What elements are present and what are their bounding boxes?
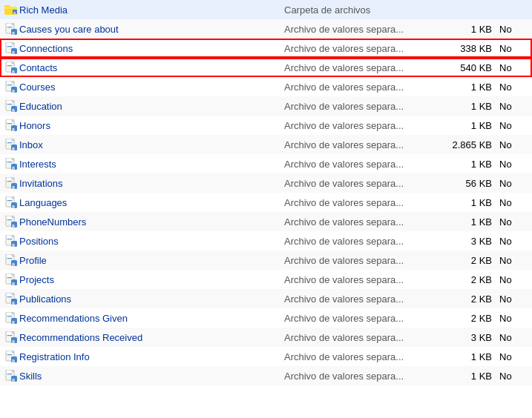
table-row[interactable]: a Honors Archivo de valores separa... 1 …	[0, 116, 532, 135]
file-name: Publications	[19, 293, 284, 305]
svg-rect-151	[7, 375, 13, 376]
table-row[interactable]: a Profile Archivo de valores separa... 2…	[0, 251, 532, 270]
svg-rect-38	[7, 104, 13, 104]
file-readonly: No	[499, 178, 529, 189]
file-icon: a	[3, 177, 19, 189]
file-name: PhoneNumbers	[19, 216, 284, 228]
svg-text:a: a	[12, 281, 15, 286]
table-row[interactable]: a Connections Archivo de valores separa.…	[0, 39, 532, 58]
file-icon: a	[3, 370, 19, 382]
file-size: 1 KB	[433, 197, 499, 208]
svg-rect-30	[7, 84, 13, 85]
file-readonly: No	[499, 101, 529, 112]
file-name: Positions	[19, 236, 284, 247]
svg-rect-142	[7, 354, 13, 355]
table-row[interactable]: a Recommendations Received Archivo de va…	[0, 328, 532, 347]
file-type: Archivo de valores separa...	[284, 332, 433, 343]
file-readonly: No	[499, 120, 529, 131]
svg-rect-143	[7, 356, 13, 356]
table-row[interactable]: a Publications Archivo de valores separa…	[0, 289, 532, 308]
svg-rect-41	[7, 108, 11, 109]
file-type: Archivo de valores separa...	[284, 159, 433, 170]
file-name: Interests	[19, 159, 284, 170]
table-row[interactable]: a Contacts Archivo de valores separa... …	[0, 58, 532, 77]
file-size: 1 KB	[433, 120, 499, 131]
file-readonly: No	[499, 236, 529, 247]
svg-rect-33	[7, 89, 11, 90]
file-name: Education	[19, 101, 284, 112]
file-type: Archivo de valores separa...	[284, 293, 433, 305]
file-readonly: No	[499, 43, 529, 54]
svg-text:a: a	[12, 69, 15, 74]
svg-rect-39	[7, 105, 13, 106]
file-icon: a	[3, 62, 19, 73]
table-row[interactable]: a Registration Info Archivo de valores s…	[0, 347, 532, 366]
svg-rect-46	[7, 123, 13, 124]
table-row[interactable]: a Invitations Archivo de valores separa.…	[0, 173, 532, 193]
file-size: 3 KB	[433, 236, 499, 247]
file-type: Archivo de valores separa...	[284, 139, 433, 150]
file-icon: a	[3, 196, 19, 208]
table-row[interactable]: a Causes you care about Archivo de valor…	[0, 19, 532, 39]
svg-rect-105	[7, 262, 11, 263]
file-name: Profile	[19, 255, 284, 266]
table-row[interactable]: a Recommendations Given Archivo de valor…	[0, 308, 532, 328]
svg-text:a: a	[12, 88, 15, 93]
file-readonly: No	[499, 274, 529, 285]
svg-rect-23	[7, 67, 13, 67]
file-icon: a	[3, 312, 19, 324]
file-size: 1 KB	[433, 159, 499, 170]
table-row[interactable]: a Inbox Archivo de valores separa... 2.8…	[0, 135, 532, 154]
file-type: Archivo de valores separa...	[284, 351, 433, 362]
file-size: 56 KB	[433, 178, 499, 189]
svg-rect-49	[7, 127, 11, 128]
file-readonly: No	[499, 62, 529, 73]
file-size: 1 KB	[433, 101, 499, 112]
svg-rect-62	[7, 162, 13, 162]
svg-rect-15	[7, 47, 13, 48]
file-type: Archivo de valores separa...	[284, 62, 433, 73]
table-row[interactable]: a Languages Archivo de valores separa...…	[0, 193, 532, 212]
svg-text:a: a	[12, 319, 15, 325]
file-name: Honors	[19, 120, 284, 131]
svg-rect-111	[7, 279, 13, 279]
table-row[interactable]: a Interests Archivo de valores separa...…	[0, 154, 532, 173]
svg-text:a: a	[12, 339, 15, 344]
file-icon: a	[3, 158, 19, 170]
file-icon: a	[3, 331, 19, 343]
svg-rect-153	[7, 378, 11, 379]
table-row[interactable]: a Courses Archivo de valores separa... 1…	[0, 77, 532, 96]
file-readonly: No	[499, 197, 529, 208]
file-size: 338 KB	[433, 43, 499, 54]
file-readonly: No	[499, 255, 529, 266]
file-name: Languages	[19, 197, 284, 208]
file-name: Rich Media	[19, 4, 284, 16]
table-row[interactable]: a Skills Archivo de valores separa... 1 …	[0, 366, 532, 385]
svg-rect-47	[7, 125, 13, 125]
file-size: 1 KB	[433, 371, 499, 382]
file-icon: a	[3, 119, 19, 131]
file-name: Recommendations Received	[19, 332, 284, 343]
table-row[interactable]: a Rich Media Carpeta de archivos	[0, 0, 532, 19]
table-row[interactable]: a Projects Archivo de valores separa... …	[0, 270, 532, 289]
svg-rect-86	[7, 219, 13, 220]
svg-rect-129	[7, 320, 11, 321]
svg-text:a: a	[12, 242, 15, 248]
svg-text:a: a	[12, 223, 15, 228]
svg-rect-71	[7, 182, 13, 183]
table-row[interactable]: a Education Archivo de valores separa...…	[0, 96, 532, 116]
svg-rect-6	[7, 27, 13, 27]
file-readonly: No	[499, 351, 529, 362]
file-type: Archivo de valores separa...	[284, 216, 433, 228]
svg-rect-70	[7, 181, 13, 182]
file-name: Inbox	[19, 139, 284, 150]
svg-rect-79	[7, 202, 13, 202]
table-row[interactable]: a PhoneNumbers Archivo de valores separa…	[0, 212, 532, 231]
file-name: Registration Info	[19, 351, 284, 362]
file-readonly: No	[499, 313, 529, 324]
file-readonly: No	[499, 293, 529, 305]
table-row[interactable]: a Positions Archivo de valores separa...…	[0, 231, 532, 251]
svg-text:a: a	[12, 262, 15, 267]
svg-rect-103	[7, 259, 13, 260]
svg-text:a: a	[12, 358, 15, 363]
